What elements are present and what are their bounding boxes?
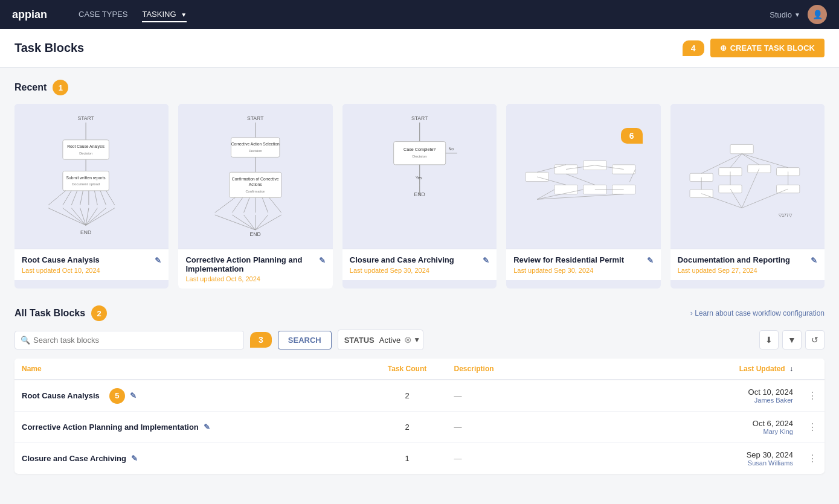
row-more-button-2[interactable]: ⋮ bbox=[808, 422, 817, 432]
sort-arrow: ↓ bbox=[789, 365, 793, 373]
search-input[interactable] bbox=[14, 331, 244, 349]
row-updated-2: Oct 6, 2024 Mary King bbox=[682, 412, 800, 443]
avatar[interactable]: 👤 bbox=[808, 5, 827, 24]
svg-rect-30 bbox=[231, 138, 280, 158]
svg-rect-4 bbox=[63, 140, 109, 160]
svg-line-17 bbox=[100, 191, 106, 205]
download-button[interactable]: ⬇ bbox=[759, 330, 779, 349]
card-edit-icon-2[interactable]: ✎ bbox=[319, 256, 326, 265]
row-edit-icon-2[interactable]: ✎ bbox=[204, 423, 210, 432]
recent-section-header: Recent 1 bbox=[14, 80, 825, 95]
row-updated: Oct 10, 2024 James Baker bbox=[682, 380, 800, 412]
card-info-closure: Closure and Case Archiving ✎ Last update… bbox=[342, 249, 497, 280]
toolbar-right: ⬇ ▼ ↺ bbox=[759, 330, 825, 349]
row-task-count: 2 bbox=[368, 380, 447, 412]
svg-line-48 bbox=[256, 215, 268, 230]
card-info-review: Review for Residential Permit ✎ Last upd… bbox=[506, 249, 660, 280]
card-name-text-4: Review for Residential Permit bbox=[513, 255, 643, 264]
card-documentation[interactable]: ▽177▽ Documentation and Reporting ✎ Last… bbox=[670, 104, 825, 289]
svg-line-22 bbox=[80, 208, 86, 226]
card-edit-icon-4[interactable]: ✎ bbox=[647, 256, 654, 265]
row-edit-icon-3[interactable]: ✎ bbox=[131, 454, 138, 463]
card-root-cause[interactable]: START Root Cause Analysis Decision Submi… bbox=[14, 104, 169, 289]
svg-text:Confirmation of Corrective: Confirmation of Corrective bbox=[232, 177, 279, 181]
card-review[interactable]: 6 Review for Residential Permit ✎ Last u… bbox=[506, 104, 660, 289]
svg-line-76 bbox=[537, 190, 555, 199]
card-corrective-action[interactable]: START Corrective Action Selection Decisi… bbox=[178, 104, 332, 289]
row-edit-icon[interactable]: ✎ bbox=[130, 391, 137, 400]
card-name-text: Root Cause Analysis bbox=[22, 255, 151, 264]
col-actions bbox=[800, 359, 825, 380]
svg-line-25 bbox=[86, 208, 106, 226]
badge-1: 1 bbox=[53, 80, 68, 95]
svg-rect-53 bbox=[393, 142, 445, 165]
studio-button[interactable]: Studio ▼ bbox=[770, 10, 800, 19]
badge-6: 6 bbox=[621, 128, 643, 144]
svg-line-43 bbox=[269, 197, 281, 212]
svg-rect-8 bbox=[63, 171, 109, 191]
col-name[interactable]: Name bbox=[14, 359, 368, 380]
status-value: Active bbox=[379, 336, 400, 345]
row-task-count-3: 1 bbox=[368, 443, 447, 474]
svg-text:Decision: Decision bbox=[249, 149, 262, 153]
svg-text:START: START bbox=[411, 115, 428, 121]
svg-line-12 bbox=[63, 191, 71, 205]
card-closure[interactable]: START Case Complete? Decision Yes No END bbox=[342, 104, 497, 289]
row-more-button-3[interactable]: ⋮ bbox=[808, 453, 817, 464]
search-wrapper: 🔍 bbox=[14, 331, 244, 349]
card-name-text-3: Closure and Case Archiving bbox=[350, 255, 479, 264]
card-updated-4: Last updated Sep 30, 2024 bbox=[513, 267, 653, 274]
create-task-block-button[interactable]: ⊕ CREATE TASK BLOCK bbox=[710, 39, 825, 57]
table-header-row: Name Task Count Description Last Updated… bbox=[14, 359, 825, 380]
search-row: 🔍 3 SEARCH STATUS Active ⊗ ▼ ⬇ ▼ ↺ bbox=[14, 330, 825, 350]
status-clear-icon[interactable]: ⊗ bbox=[404, 334, 412, 345]
refresh-button[interactable]: ↺ bbox=[805, 330, 825, 349]
row-menu-cell-3: ⋮ bbox=[800, 443, 825, 474]
top-nav: appian CASE TYPES TASKING ▼ Studio ▼ 👤 bbox=[0, 0, 839, 29]
learn-link[interactable]: › Learn about case workflow configuratio… bbox=[690, 309, 825, 317]
svg-text:Document Upload: Document Upload bbox=[72, 182, 100, 186]
svg-line-42 bbox=[263, 197, 269, 212]
svg-line-19 bbox=[48, 208, 86, 226]
studio-dropdown-arrow: ▼ bbox=[794, 11, 800, 18]
all-task-blocks-title: All Task Blocks bbox=[14, 308, 85, 319]
svg-line-40 bbox=[244, 197, 250, 212]
svg-text:END: END bbox=[250, 231, 261, 237]
svg-rect-87 bbox=[776, 185, 799, 193]
card-diagram-closure: START Case Complete? Decision Yes No END bbox=[342, 104, 497, 249]
col-last-updated[interactable]: Last Updated ↓ bbox=[682, 359, 800, 380]
card-updated-3: Last updated Sep 30, 2024 bbox=[350, 267, 489, 274]
card-edit-icon-5[interactable]: ✎ bbox=[811, 256, 817, 265]
card-edit-icon-3[interactable]: ✎ bbox=[483, 256, 489, 265]
filter-button[interactable]: ▼ bbox=[782, 330, 802, 349]
svg-text:Corrective Action Selection: Corrective Action Selection bbox=[231, 142, 280, 146]
nav-case-types[interactable]: CASE TYPES bbox=[79, 7, 127, 22]
svg-text:▽177▽: ▽177▽ bbox=[779, 213, 792, 217]
col-task-count: Task Count bbox=[368, 359, 447, 380]
svg-text:START: START bbox=[77, 115, 94, 121]
task-blocks-table: Name Task Count Description Last Updated… bbox=[14, 359, 825, 474]
main-content: Recent 1 START Root Cause Analysis Decis… bbox=[0, 68, 839, 486]
svg-line-14 bbox=[80, 191, 83, 205]
card-name-text-2: Corrective Action Planning and Implement… bbox=[185, 255, 315, 273]
search-button[interactable]: SEARCH bbox=[278, 331, 332, 349]
row-more-button[interactable]: ⋮ bbox=[808, 391, 817, 401]
svg-line-23 bbox=[86, 208, 89, 226]
svg-text:Root Cause Analysis: Root Cause Analysis bbox=[67, 144, 104, 149]
svg-text:Submit written reports: Submit written reports bbox=[66, 176, 106, 180]
row-name-cell: Root Cause Analysis 5 ✎ bbox=[14, 380, 368, 412]
recent-cards-row: START Root Cause Analysis Decision Submi… bbox=[14, 104, 825, 289]
status-dropdown-arrow[interactable]: ▼ bbox=[413, 336, 420, 344]
svg-line-13 bbox=[71, 191, 77, 205]
row-name-cell-2: Corrective Action Planning and Implement… bbox=[14, 412, 368, 443]
appian-logo[interactable]: appian bbox=[12, 6, 60, 23]
table-row: Root Cause Analysis 5 ✎ 2 — Oct 10, 2024… bbox=[14, 380, 825, 412]
recent-title: Recent bbox=[14, 82, 47, 93]
svg-line-49 bbox=[256, 215, 281, 230]
row-task-count-2: 2 bbox=[368, 412, 447, 443]
row-menu-cell: ⋮ bbox=[800, 380, 825, 412]
svg-rect-80 bbox=[730, 144, 753, 153]
svg-text:Decision: Decision bbox=[79, 152, 92, 155]
card-edit-icon[interactable]: ✎ bbox=[155, 256, 161, 265]
nav-tasking[interactable]: TASKING ▼ bbox=[142, 7, 187, 22]
